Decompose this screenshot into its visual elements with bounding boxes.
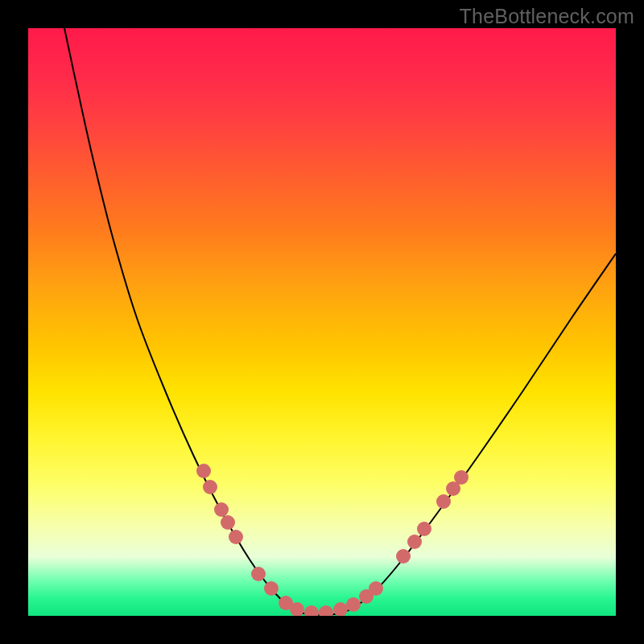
data-marker (214, 502, 229, 517)
data-marker (229, 530, 243, 544)
curve-line (64, 28, 616, 615)
data-marker (221, 515, 235, 530)
markers-group (196, 464, 469, 616)
data-marker (417, 522, 431, 536)
watermark-text: TheBottleneck.com (460, 5, 634, 28)
chart-frame: TheBottleneck.com (0, 0, 644, 644)
data-marker (304, 605, 319, 616)
data-marker (436, 494, 451, 509)
data-marker (203, 480, 217, 494)
data-marker (196, 464, 211, 478)
data-marker (319, 605, 333, 616)
data-marker (346, 597, 361, 612)
data-marker (369, 581, 383, 596)
chart-svg (28, 28, 616, 616)
data-marker (333, 602, 348, 616)
data-marker (251, 567, 266, 581)
data-marker (396, 549, 411, 564)
data-marker (454, 470, 469, 485)
data-marker (407, 535, 422, 549)
data-marker (264, 581, 279, 596)
plot-area (28, 28, 616, 616)
